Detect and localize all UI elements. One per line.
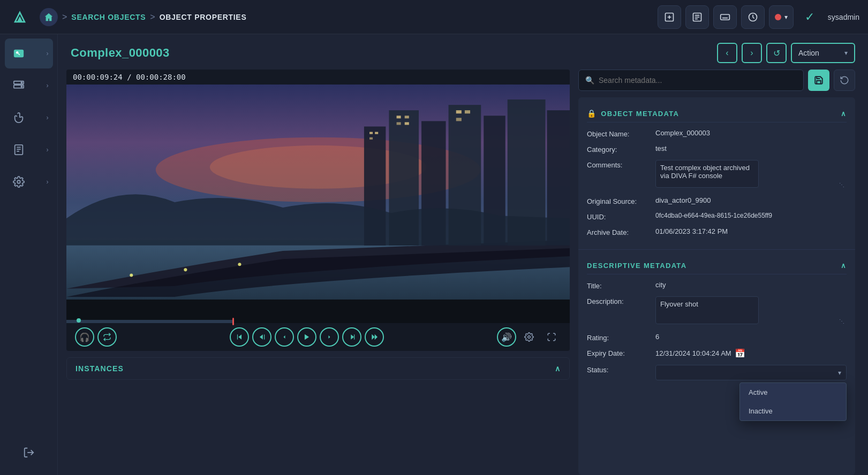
- headphones-button[interactable]: 🎧: [75, 327, 94, 347]
- expiry-date-value: 12/31/2024 10:04:24 AM: [655, 349, 731, 357]
- ctrl-group-left: 🎧: [75, 327, 117, 347]
- sidebar: › › › › ›: [0, 34, 58, 475]
- status-option-active[interactable]: Active: [740, 383, 846, 402]
- descriptive-metadata-header: DESCRIPTIVE METADATA ∧: [587, 256, 847, 274]
- status-option-inactive[interactable]: Inactive: [740, 402, 846, 420]
- next-frame-button[interactable]: [342, 327, 361, 347]
- svg-rect-39: [66, 300, 570, 320]
- fast-fwd-button[interactable]: [365, 327, 384, 347]
- gear-button[interactable]: [519, 327, 539, 347]
- fullscreen-button[interactable]: [542, 327, 561, 347]
- sidebar-chevron: ›: [47, 114, 49, 121]
- metadata-reset-button[interactable]: [834, 70, 855, 91]
- title-label: Title:: [587, 281, 651, 290]
- svg-rect-4: [721, 14, 730, 20]
- video-frame[interactable]: [66, 85, 570, 320]
- calendar-icon[interactable]: 📅: [735, 348, 745, 358]
- sidebar-item-settings[interactable]: ›: [5, 167, 53, 197]
- svg-rect-31: [369, 137, 373, 140]
- description-input[interactable]: Flyover shot: [655, 296, 759, 324]
- descriptive-metadata-collapse[interactable]: ∧: [841, 262, 847, 270]
- meta-row-title: Title: city: [587, 281, 847, 290]
- meta-row-comments: Comments: Test complex object archived v…: [587, 160, 847, 190]
- svg-rect-42: [354, 334, 354, 339]
- touch-icon: [9, 108, 28, 127]
- meta-row-expiry-date: Expiry Date: 12/31/2024 10:04:24 AM 📅: [587, 348, 847, 358]
- breadcrumb-search-objects[interactable]: SEARCH OBJECTS: [71, 13, 146, 21]
- record-button[interactable]: ▾: [769, 5, 794, 29]
- metadata-save-button[interactable]: [808, 70, 829, 91]
- refresh-button[interactable]: ↺: [766, 43, 787, 63]
- svg-point-7: [16, 51, 18, 54]
- meta-row-rating: Rating: 6: [587, 333, 847, 342]
- instances-header[interactable]: INSTANCES ∧: [76, 364, 561, 373]
- action-dropdown-arrow: ▾: [844, 49, 848, 57]
- sidebar-item-search[interactable]: ›: [5, 39, 53, 68]
- keyboard-button[interactable]: [713, 5, 737, 29]
- upload-button[interactable]: [658, 5, 681, 29]
- page-header: Complex_000003 ‹ › ↺ Action ▾: [58, 34, 868, 70]
- object-name-label: Object Name:: [587, 129, 651, 138]
- descriptive-metadata-section: DESCRIPTIVE METADATA ∧ Title: city Descr…: [578, 249, 855, 393]
- two-col-layout: 00:00:09:24 / 00:00:28:00: [58, 70, 868, 475]
- action-dropdown[interactable]: Action ▾: [791, 43, 855, 63]
- page-title: Complex_000003: [71, 46, 170, 60]
- instances-panel: INSTANCES ∧: [66, 357, 570, 380]
- list-button[interactable]: [685, 5, 709, 29]
- instances-label: INSTANCES: [76, 364, 124, 373]
- svg-rect-40: [237, 334, 238, 339]
- sidebar-item-server[interactable]: ›: [5, 71, 53, 101]
- skip-back-button[interactable]: [230, 327, 249, 347]
- username-label[interactable]: sysadmin: [828, 13, 859, 21]
- instances-collapse-button[interactable]: ∧: [555, 364, 561, 373]
- svg-point-21: [238, 263, 241, 266]
- next-object-button[interactable]: ›: [742, 43, 762, 63]
- svg-rect-37: [465, 110, 470, 113]
- comments-label: Comments:: [587, 160, 651, 169]
- resize-handle: ⋱: [839, 182, 844, 188]
- home-button[interactable]: [40, 8, 58, 26]
- status-label: Status:: [587, 365, 651, 374]
- meta-row-description: Description: Flyover shot ⋱: [587, 296, 847, 326]
- check-button[interactable]: ✓: [798, 5, 821, 29]
- sidebar-item-document[interactable]: ›: [5, 135, 53, 165]
- status-dropdown-menu: Active Inactive: [739, 382, 847, 421]
- metadata-search-input[interactable]: [599, 76, 797, 85]
- svg-point-10: [21, 82, 22, 83]
- breadcrumb-object-properties: OBJECT PROPERTIES: [160, 13, 247, 21]
- play-button[interactable]: [297, 327, 316, 347]
- record-arrow: ▾: [784, 13, 788, 21]
- prev-frame-button[interactable]: [252, 327, 271, 347]
- scrubber-start-dot: [77, 318, 81, 323]
- sidebar-chevron: ›: [47, 146, 49, 154]
- svg-rect-36: [456, 110, 462, 113]
- logout-button[interactable]: [19, 443, 39, 462]
- status-select[interactable]: Active Inactive: [655, 365, 847, 380]
- prev-object-button[interactable]: ‹: [717, 43, 737, 63]
- object-metadata-section: 🔒 OBJECT METADATA ∧ Object Name: Complex…: [578, 97, 855, 249]
- search-icon: 🔍: [585, 76, 594, 85]
- sidebar-chevron: ›: [47, 82, 49, 89]
- svg-point-19: [130, 273, 133, 277]
- sidebar-item-touch[interactable]: ›: [5, 103, 53, 133]
- scrubber-thumb: [232, 318, 234, 325]
- history-button[interactable]: [741, 5, 765, 29]
- metadata-panel: 🔍 🔒 OBJECT ME: [578, 70, 855, 475]
- ctrl-group-right: 🔊: [497, 327, 561, 347]
- main-body: › › › › ›: [0, 34, 868, 475]
- description-resize-handle: ⋱: [839, 318, 844, 324]
- volume-button[interactable]: 🔊: [497, 327, 516, 347]
- svg-rect-30: [375, 132, 378, 134]
- category-label: Category:: [587, 144, 651, 154]
- step-back-button[interactable]: [275, 327, 294, 347]
- step-fwd-button[interactable]: [320, 327, 339, 347]
- content: Complex_000003 ‹ › ↺ Action ▾ 00:00:09:2…: [58, 34, 868, 475]
- object-metadata-collapse[interactable]: ∧: [841, 110, 847, 118]
- svg-point-43: [528, 336, 531, 339]
- meta-row-object-name: Object Name: Complex_000003: [587, 129, 847, 138]
- expiry-date-label: Expiry Date:: [587, 348, 651, 357]
- video-scrubber[interactable]: [66, 320, 570, 323]
- app-logo: [9, 6, 31, 28]
- loop-button[interactable]: [97, 327, 117, 347]
- comments-input[interactable]: Test complex object archived via DIVA F#…: [655, 160, 759, 188]
